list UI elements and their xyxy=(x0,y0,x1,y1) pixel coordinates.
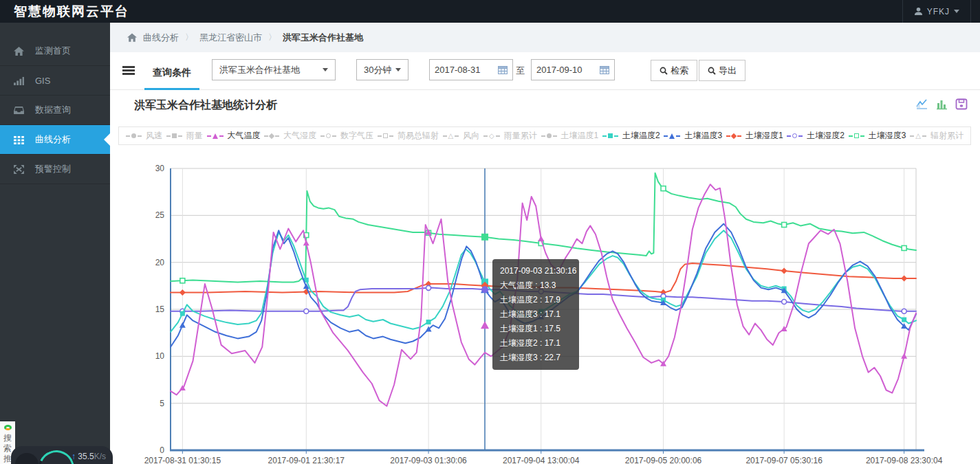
series-marker xyxy=(901,275,907,281)
sidebar-item-监测首页[interactable]: 监测首页 xyxy=(0,36,110,66)
x-axis-label: 2017-09-08 23:30:04 xyxy=(866,456,943,464)
sidebar-item-label: 曲线分析 xyxy=(35,133,71,146)
series-marker xyxy=(538,313,544,319)
user-icon xyxy=(914,7,923,16)
sidebar-item-预警控制[interactable]: 预警控制 xyxy=(0,155,110,184)
station-select[interactable]: 洪军玉米合作社基地 xyxy=(212,59,336,80)
inbox-icon xyxy=(14,106,24,115)
breadcrumb-item[interactable]: 曲线分析 xyxy=(143,32,179,44)
breadcrumb: 曲线分析〉黑龙江省密山市〉洪军玉米合作社基地 xyxy=(110,23,980,52)
search-icon xyxy=(660,67,668,75)
sidebar-item-曲线分析[interactable]: 曲线分析 xyxy=(0,125,110,155)
legend-item-土壤湿度1[interactable]: 土壤湿度1 xyxy=(726,130,783,142)
series-line-大气温度 xyxy=(171,184,916,406)
series-marker xyxy=(426,285,431,290)
date-to-input[interactable]: 2017-09-10 xyxy=(531,59,615,80)
net-speed-widget[interactable]: ↑ 35.5K/s xyxy=(11,446,113,464)
legend-item-大气湿度[interactable]: 大气湿度 xyxy=(264,130,316,142)
user-menu[interactable]: YFKJ xyxy=(902,0,971,23)
legend-item-土壤湿度2[interactable]: 土壤湿度2 xyxy=(787,130,845,142)
legend-item-土壤湿度3[interactable]: 土壤湿度3 xyxy=(849,130,906,142)
series-marker xyxy=(303,240,309,245)
series-marker xyxy=(304,309,309,313)
bar-chart-icon[interactable] xyxy=(935,98,948,113)
sidebar-item-label: 预警控制 xyxy=(35,163,71,175)
x-axis-label: 2017-09-03 01:30:06 xyxy=(390,456,467,464)
arrows-icon xyxy=(14,165,24,174)
series-marker xyxy=(179,289,186,296)
to-label: 至 xyxy=(516,65,525,77)
y-axis-label: 5 xyxy=(160,399,164,408)
legend-item-风速[interactable]: 风速 xyxy=(126,130,162,142)
breadcrumb-item[interactable]: 黑龙江省密山市 xyxy=(199,32,262,44)
chart-legend: 风速雨量大气温度大气湿度数字气压简易总辐射△风向◇雨量累计土壤温度1土壤温度2土… xyxy=(118,126,971,145)
series-marker xyxy=(481,286,488,293)
x-axis-label: 2017-09-04 13:00:04 xyxy=(503,456,580,464)
legend-item-风向[interactable]: △风向 xyxy=(443,130,480,142)
series-marker xyxy=(180,311,185,316)
y-axis-label: 20 xyxy=(155,258,165,267)
date-from-value: 2017-08-31 xyxy=(435,65,481,75)
series-marker xyxy=(902,245,906,250)
export-button[interactable]: 导出 xyxy=(699,60,745,81)
y-axis-label: 15 xyxy=(155,305,165,314)
user-name: YFKJ xyxy=(927,7,950,16)
y-axis-label: 0 xyxy=(160,445,164,455)
series-marker xyxy=(426,320,431,324)
grid-icon xyxy=(14,135,24,144)
top-header-bar: 智慧物联网云平台 YFKJ xyxy=(0,0,980,23)
search-button[interactable]: 检索 xyxy=(651,60,697,81)
sidebar-item-label: 数据查询 xyxy=(35,104,71,116)
search-button-label: 检索 xyxy=(671,65,688,77)
breadcrumb-separator: 〉 xyxy=(185,32,193,43)
date-to-value: 2017-09-10 xyxy=(536,65,582,75)
sidebar-nav: 监测首页GIS数据查询曲线分析预警控制 xyxy=(0,23,110,464)
series-marker xyxy=(538,236,544,241)
chart-toolbox xyxy=(915,98,968,113)
chevron-down-icon xyxy=(395,68,401,71)
chart-title: 洪军玉米合作社基地统计分析 xyxy=(134,98,277,113)
legend-item-大气温度[interactable]: 大气温度 xyxy=(207,130,261,142)
line-chart[interactable]: 0510152025302017-08-31 01:30:152017-09-0… xyxy=(110,162,980,464)
sidebar-toggle-icon[interactable] xyxy=(122,66,135,76)
legend-item-雨量累计[interactable]: ◇雨量累计 xyxy=(483,130,537,142)
sidebar-item-GIS[interactable]: GIS xyxy=(0,66,110,96)
x-axis-label: 2017-09-01 21:30:17 xyxy=(268,456,345,464)
legend-item-数字气压[interactable]: 数字气压 xyxy=(320,130,373,142)
app-title: 智慧物联网云平台 xyxy=(14,3,129,21)
legend-item-简易总辐射[interactable]: 简易总辐射 xyxy=(378,130,439,142)
calendar-icon[interactable] xyxy=(600,65,609,74)
gauge-background xyxy=(15,453,39,464)
legend-item-土壤温度2[interactable]: 土壤温度2 xyxy=(602,130,660,142)
series-marker xyxy=(180,278,185,283)
legend-item-雨量[interactable]: 雨量 xyxy=(166,130,203,142)
tab-query-conditions[interactable]: 查询条件 xyxy=(144,60,199,90)
breadcrumb-item[interactable]: 洪军玉米合作社基地 xyxy=(283,32,363,44)
series-marker xyxy=(782,300,787,305)
line-chart-icon[interactable] xyxy=(915,98,928,113)
chevron-down-icon xyxy=(323,68,328,71)
interval-select[interactable]: 30分钟 xyxy=(356,59,409,80)
series-marker xyxy=(179,322,186,328)
legend-item-土壤温度1[interactable]: 土壤温度1 xyxy=(541,130,599,142)
legend-item-土壤温度3[interactable]: 土壤温度3 xyxy=(664,130,722,142)
series-marker xyxy=(661,186,666,191)
y-axis-label: 30 xyxy=(155,164,165,173)
search-icon xyxy=(708,67,716,75)
query-toolbar: 查询条件 洪军玉米合作社基地 30分钟 2017-08-31 至 2017-09… xyxy=(110,52,980,90)
chart-canvas[interactable]: 0510152025302017-08-31 01:30:152017-09-0… xyxy=(110,162,980,464)
search-logo-icon xyxy=(4,425,12,430)
chevron-down-icon xyxy=(954,10,959,13)
home-icon xyxy=(14,47,24,56)
y-axis-label: 10 xyxy=(155,351,165,361)
app-window: 智慧物联网云平台 YFKJ 监测首页GIS数据查询曲线分析预警控制 曲线分析〉黑… xyxy=(0,0,980,464)
save-image-icon[interactable] xyxy=(955,98,968,113)
x-axis-label: 2017-09-07 05:30:16 xyxy=(745,456,823,464)
calendar-icon[interactable] xyxy=(498,65,508,74)
sidebar-item-数据查询[interactable]: 数据查询 xyxy=(0,96,110,125)
series-marker xyxy=(781,267,787,274)
date-from-input[interactable]: 2017-08-31 xyxy=(429,59,513,80)
signal-icon xyxy=(14,76,24,85)
series-marker xyxy=(782,223,787,228)
legend-item-辐射累计[interactable]: △辐射累计 xyxy=(910,130,963,142)
